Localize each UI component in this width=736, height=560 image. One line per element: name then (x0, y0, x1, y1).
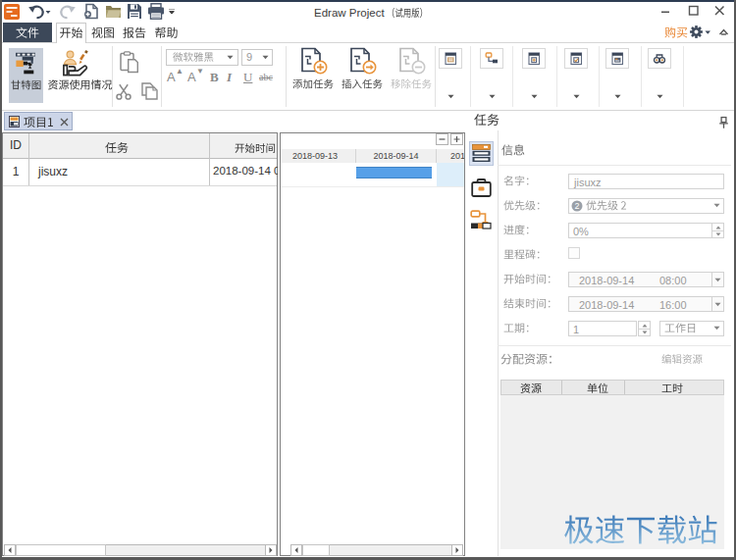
svg-text:2: 2 (574, 201, 579, 211)
